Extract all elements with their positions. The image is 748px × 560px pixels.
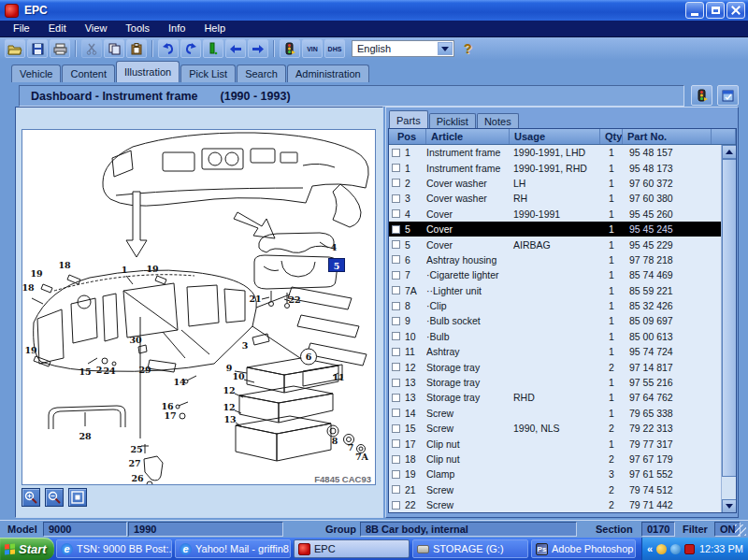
cut-button[interactable] xyxy=(81,39,102,58)
maximize-button[interactable] xyxy=(706,2,725,19)
callout-15[interactable]: 15 xyxy=(79,366,91,377)
scroll-down-button[interactable] xyxy=(722,499,737,513)
tray-ati-icon[interactable] xyxy=(684,544,695,554)
callout-6[interactable]: 6 xyxy=(306,352,312,362)
scrollbar-thumb[interactable] xyxy=(722,159,737,477)
start-button[interactable]: Start xyxy=(0,538,54,560)
table-row[interactable]: 5CoverAIRBAG195 45 229 xyxy=(389,237,721,251)
callout-13[interactable]: 13 xyxy=(223,414,236,424)
callout-10[interactable]: 10 xyxy=(232,371,245,381)
taskbar-button-yahoo-mail-griffin8[interactable]: eYahoo! Mail - griffin8... xyxy=(175,539,291,558)
table-row[interactable]: 9·Bulb socket185 09 697 xyxy=(389,313,721,328)
table-row[interactable]: 13Storage tray197 55 216 xyxy=(389,375,721,390)
table-row[interactable]: 8·Clip185 32 426 xyxy=(389,298,721,313)
table-row[interactable]: 1Instrument frame1990-1991, RHD195 48 17… xyxy=(389,160,721,175)
redo-button[interactable] xyxy=(180,39,201,58)
table-row[interactable]: 17Clip nut179 77 317 xyxy=(389,436,721,451)
row-checkbox[interactable] xyxy=(392,363,400,371)
table-row[interactable]: 6Ashtray housing197 78 218 xyxy=(389,252,721,267)
table-row[interactable]: 3Cover washerRH197 60 380 xyxy=(389,191,721,206)
row-checkbox[interactable] xyxy=(392,317,400,325)
callout-3[interactable]: 3 xyxy=(242,340,249,351)
row-checkbox[interactable] xyxy=(392,409,400,417)
scroll-up-button[interactable] xyxy=(722,145,737,159)
language-dropdown-button[interactable] xyxy=(438,42,453,55)
language-select[interactable]: English xyxy=(352,40,454,57)
row-checkbox[interactable] xyxy=(392,286,400,294)
table-row[interactable]: 13Storage trayRHD197 64 762 xyxy=(389,390,721,405)
open-button[interactable] xyxy=(5,39,25,58)
row-checkbox[interactable] xyxy=(392,164,400,172)
table-row[interactable]: 4Cover1990-1991195 45 260 xyxy=(389,207,721,222)
row-checkbox[interactable] xyxy=(392,255,400,264)
menu-item-info[interactable]: Info xyxy=(159,21,194,36)
callout-4[interactable]: 4 xyxy=(331,242,338,252)
row-checkbox[interactable] xyxy=(392,485,400,494)
callout-21[interactable]: 21 xyxy=(249,294,261,304)
callout-24[interactable]: 24 xyxy=(103,366,116,376)
taskbar-button-adobe-photoshop[interactable]: PsAdobe Photoshop xyxy=(531,539,636,558)
table-row[interactable]: 10·Bulb185 00 613 xyxy=(389,329,721,344)
callout-22[interactable]: 22 xyxy=(288,294,300,305)
dhs-button[interactable]: DHS xyxy=(324,39,345,58)
tab-administration[interactable]: Administration xyxy=(287,65,369,82)
table-row[interactable]: 21Screw279 74 512 xyxy=(389,482,721,497)
callout-1[interactable]: 1 xyxy=(122,265,128,275)
row-checkbox[interactable] xyxy=(392,501,400,510)
tab-pick-list[interactable]: Pick List xyxy=(180,65,236,82)
row-checkbox[interactable] xyxy=(392,209,400,218)
tray-app-icon[interactable] xyxy=(656,544,667,554)
callout-28[interactable]: 28 xyxy=(79,431,92,441)
callout-5[interactable]: 5 xyxy=(334,261,340,271)
forward-button[interactable] xyxy=(248,39,268,58)
table-row[interactable]: 19Clamp397 61 552 xyxy=(389,467,721,481)
menu-item-edit[interactable]: Edit xyxy=(39,21,76,36)
marker-button[interactable] xyxy=(203,39,223,58)
paste-button[interactable] xyxy=(126,39,147,58)
copy-button[interactable] xyxy=(104,39,124,58)
row-checkbox[interactable] xyxy=(392,455,400,464)
menu-item-file[interactable]: File xyxy=(4,21,39,36)
table-row[interactable]: 18Clip nut297 67 179 xyxy=(389,452,721,467)
taskbar-button-storage-g[interactable]: STORAGE (G:) xyxy=(412,539,528,558)
callout-7[interactable]: 7 xyxy=(348,442,354,452)
callout-29[interactable]: 29 xyxy=(138,365,151,375)
parts-scrollbar[interactable] xyxy=(721,145,737,513)
menu-item-view[interactable]: View xyxy=(76,21,117,36)
row-checkbox[interactable] xyxy=(392,179,400,187)
tab-search[interactable]: Search xyxy=(237,65,286,82)
callout-19[interactable]: 19 xyxy=(30,268,43,279)
callout-19[interactable]: 19 xyxy=(146,264,159,274)
row-checkbox[interactable] xyxy=(392,194,400,203)
callout-12[interactable]: 12 xyxy=(223,385,235,395)
callout-27[interactable]: 27 xyxy=(128,458,140,468)
row-checkbox[interactable] xyxy=(392,271,400,280)
table-row[interactable]: 5Cover195 45 245 xyxy=(389,222,721,237)
row-checkbox[interactable] xyxy=(392,348,400,356)
table-row[interactable]: 14Screw179 65 338 xyxy=(389,406,721,421)
help-button[interactable]: ? xyxy=(464,41,472,56)
taskbar-button-epc[interactable]: EPC xyxy=(294,539,410,558)
row-checkbox[interactable] xyxy=(392,394,400,402)
callout-12[interactable]: 12 xyxy=(223,402,235,412)
vin-button[interactable]: VIN xyxy=(302,39,323,58)
row-checkbox[interactable] xyxy=(392,439,400,448)
row-checkbox[interactable] xyxy=(392,379,400,387)
row-checkbox[interactable] xyxy=(392,302,400,310)
illustration-canvas[interactable]: 1181918191915224302931416172825272645212… xyxy=(22,129,376,485)
callout-30[interactable]: 30 xyxy=(129,335,142,345)
callout-18[interactable]: 18 xyxy=(22,282,35,293)
tab-illustration[interactable]: Illustration xyxy=(116,61,180,82)
fit-view-button[interactable] xyxy=(68,488,87,507)
callout-18[interactable]: 18 xyxy=(58,260,71,270)
callout-7A[interactable]: 7A xyxy=(355,452,369,462)
row-checkbox[interactable] xyxy=(392,424,400,433)
table-row[interactable]: 12Storage tray297 14 817 xyxy=(389,359,721,374)
callout-17[interactable]: 17 xyxy=(164,410,176,421)
table-row[interactable]: 15Screw1990, NLS279 22 313 xyxy=(389,421,721,436)
callout-11[interactable]: 11 xyxy=(332,372,344,382)
tab-vehicle[interactable]: Vehicle xyxy=(11,65,61,82)
tab-content[interactable]: Content xyxy=(62,65,115,82)
table-row[interactable]: 1Instrument frame1990-1991, LHD195 48 15… xyxy=(389,145,721,160)
row-checkbox[interactable] xyxy=(392,225,400,234)
